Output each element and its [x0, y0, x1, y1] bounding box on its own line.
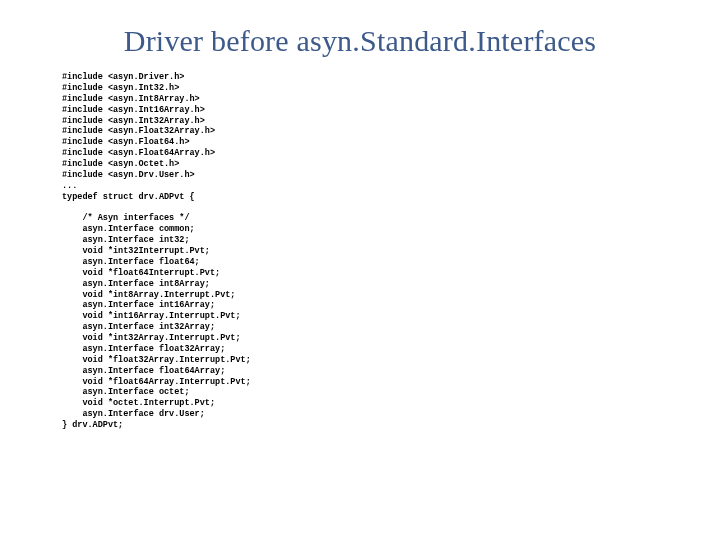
slide: Driver before asyn.Standard.Interfaces #…	[0, 0, 720, 540]
code-block: #include <asyn.Driver.h> #include <asyn.…	[62, 72, 251, 431]
slide-title: Driver before asyn.Standard.Interfaces	[0, 24, 720, 58]
